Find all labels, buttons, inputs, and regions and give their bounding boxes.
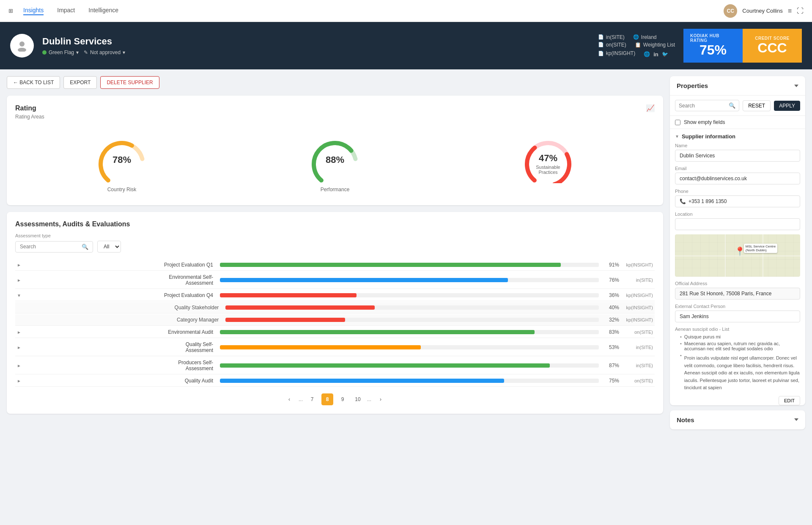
filter-row: 🔍 All xyxy=(15,241,655,253)
green-flag-badge[interactable]: Green Flag ▾ xyxy=(42,49,79,55)
page-10-button[interactable]: 10 xyxy=(352,393,364,405)
supplier-links: 📄 in(SITE) 🌐 Ireland 📄 on(SITE) 📋 Weight… xyxy=(598,34,675,58)
expand-icon-row6[interactable]: ► xyxy=(17,330,24,335)
apply-button[interactable]: APPLY xyxy=(774,101,800,111)
nav-impact[interactable]: Impact xyxy=(57,7,75,15)
page-next-button[interactable]: › xyxy=(375,393,387,405)
assessments-search-input[interactable] xyxy=(20,244,79,250)
gauges-container: 78% Country Risk 88% Performance xyxy=(15,128,655,197)
doc-icon-1: 📄 xyxy=(598,34,604,40)
nav-intelligence[interactable]: Intelligence xyxy=(88,7,118,15)
twitter-icon[interactable]: 🐦 xyxy=(662,51,668,58)
row-percent-7: 53% xyxy=(602,344,619,350)
table-row: Category Manager 32% kp(INSIGHT) xyxy=(15,314,655,326)
main-layout: ← BACK TO LIST EXPORT DELETE SUPPLIER Ra… xyxy=(0,69,812,436)
phone-label: Phone xyxy=(675,189,800,194)
row-name-4: Quality Stakeholder xyxy=(24,305,222,311)
reset-button[interactable]: RESET xyxy=(743,100,771,111)
insite-link[interactable]: 📄 in(SITE) xyxy=(598,34,625,40)
globe-icon: 🌐 xyxy=(633,34,639,40)
expand-icon-row9[interactable]: ► xyxy=(17,379,24,383)
notes-title: Notes xyxy=(677,416,694,423)
expand-icon[interactable]: ⛶ xyxy=(797,7,804,15)
bullet-1: Quisque purus mi xyxy=(684,334,721,339)
expand-icon-row1[interactable]: ► xyxy=(17,263,24,267)
list-field: Aenean suscipit odio - List Quisque puru… xyxy=(675,327,800,393)
action-bar: ← BACK TO LIST EXPORT DELETE SUPPLIER xyxy=(7,76,663,89)
row-source-8: in(SITE) xyxy=(619,363,653,368)
svg-point-1 xyxy=(18,48,26,52)
table-row: ► Project Evaluation Q1 91% kp(INSIGHT) xyxy=(15,259,655,271)
score-boxes: KODIAK HUB RATING 75% CREDIT SCORE CCC xyxy=(683,29,802,63)
right-panel: Properties 🔍 RESET APPLY Show empty fiel… xyxy=(670,76,805,429)
menu-icon[interactable]: ≡ xyxy=(788,7,792,15)
bar-container-5 xyxy=(225,318,599,322)
bar-container-8 xyxy=(220,363,599,368)
row-percent-9: 75% xyxy=(602,378,619,384)
social-icons: 🌐 in 🐦 xyxy=(644,51,668,58)
export-button[interactable]: EXPORT xyxy=(63,76,97,89)
kpinsight-link[interactable]: 📄 kp(INSIGHT) xyxy=(598,49,635,58)
supplier-info-section-header[interactable]: ▼ Supplier information xyxy=(675,129,800,143)
table-row: ► Environmental Audit 83% on(SITE) xyxy=(15,327,655,338)
notes-header: Notes xyxy=(670,410,805,429)
page-7-button[interactable]: 7 xyxy=(306,393,318,405)
email-input[interactable] xyxy=(675,173,800,184)
bar-2 xyxy=(220,278,508,282)
map-placeholder: 📍 MSL Service Centre(North Dublin) xyxy=(675,234,800,277)
expand-icon-row8[interactable]: ► xyxy=(17,363,24,368)
bar-3 xyxy=(220,293,357,297)
properties-card: Properties 🔍 RESET APPLY Show empty fiel… xyxy=(670,76,805,405)
row-name-1: Project Evaluation Q1 xyxy=(24,262,217,268)
approval-badge[interactable]: ✎ Not approved ▾ xyxy=(84,49,125,55)
external-contact-input[interactable] xyxy=(675,311,800,322)
page-prev-button[interactable]: ‹ xyxy=(283,393,295,405)
nav-links: Insights Impact Intelligence xyxy=(23,7,724,15)
nav-insights[interactable]: Insights xyxy=(23,7,44,15)
page-9-button[interactable]: 9 xyxy=(337,393,348,405)
list-item: Maecenas arcu sapien, rutrum nec gravida… xyxy=(680,340,800,352)
weighting-list-link[interactable]: 📋 Weighting List xyxy=(635,42,675,48)
phone-value: +353 1 896 1350 xyxy=(689,198,727,204)
list-item: Proin iaculis vulputate nisl eget ullamc… xyxy=(680,352,800,393)
phone-input[interactable]: 📞 +353 1 896 1350 xyxy=(675,195,800,207)
row-percent-5: 32% xyxy=(602,317,619,323)
ireland-link[interactable]: 🌐 Ireland xyxy=(633,34,657,40)
linkedin-icon[interactable]: in xyxy=(653,51,658,58)
onsite-link[interactable]: 📄 on(SITE) xyxy=(598,42,626,48)
row-name-2: Environmental Self-Assessment xyxy=(24,274,217,286)
expand-icon-row7[interactable]: ► xyxy=(17,345,24,350)
doc-icon-3: 📄 xyxy=(598,51,604,56)
assessment-type-filter[interactable]: All xyxy=(97,241,121,253)
svg-text:78%: 78% xyxy=(112,154,131,165)
table-row: ► Quality Audit 75% on(SITE) xyxy=(15,375,655,387)
show-empty-fields-row: Show empty fields xyxy=(670,116,805,129)
show-empty-checkbox[interactable] xyxy=(675,120,680,125)
bar-container-7 xyxy=(220,345,599,349)
svg-text:47%: 47% xyxy=(539,153,557,163)
chart-icon[interactable]: 📈 xyxy=(646,104,655,112)
expand-icon-row2[interactable]: ► xyxy=(17,278,24,283)
properties-collapse-icon[interactable] xyxy=(794,85,798,87)
back-to-list-button[interactable]: ← BACK TO LIST xyxy=(7,76,60,89)
row-source-1: kp(INSIGHT) xyxy=(619,262,653,267)
properties-search-box[interactable]: 🔍 xyxy=(675,100,739,111)
name-input[interactable] xyxy=(675,150,800,162)
svg-point-0 xyxy=(19,41,25,47)
location-input[interactable] xyxy=(675,218,800,230)
row-source-5: kp(INSIGHT) xyxy=(619,317,653,322)
approval-chevron-icon: ▾ xyxy=(123,49,125,55)
bar-container-2 xyxy=(220,278,599,282)
edit-button[interactable]: EDIT xyxy=(779,396,800,405)
globe-social-icon[interactable]: 🌐 xyxy=(644,51,650,58)
assessments-search-box[interactable]: 🔍 xyxy=(15,241,93,253)
page-8-button[interactable]: 8 xyxy=(321,393,333,405)
row-source-9: on(SITE) xyxy=(619,378,653,383)
delete-supplier-button[interactable]: DELETE SUPPLIER xyxy=(100,76,159,89)
notes-collapse-icon[interactable] xyxy=(794,418,798,421)
expand-icon-row3[interactable]: ▼ xyxy=(17,293,24,298)
official-address-input[interactable] xyxy=(675,288,800,300)
properties-search-input[interactable] xyxy=(679,103,727,109)
row-source-6: on(SITE) xyxy=(619,330,653,335)
grid-icon[interactable]: ⊞ xyxy=(8,8,13,14)
